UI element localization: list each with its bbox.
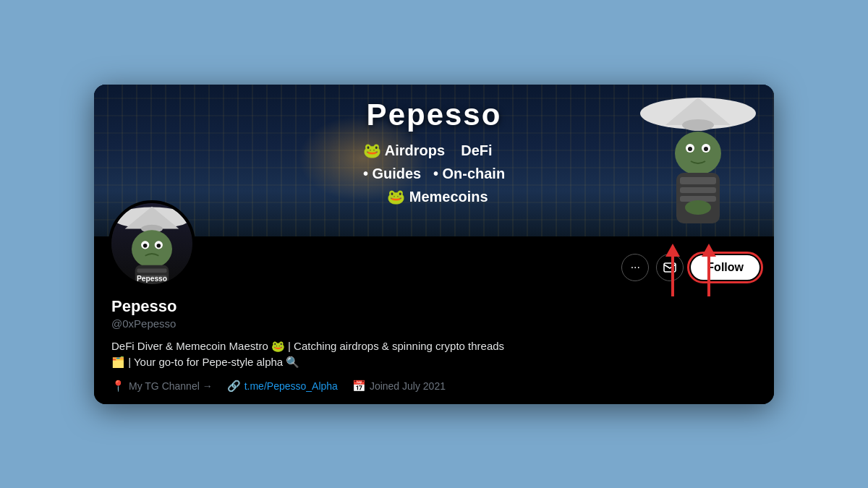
profile-card: Pepesso 🐸 Airdrops DeFi • Guides • On-ch… xyxy=(94,85,774,404)
svg-point-19 xyxy=(143,244,148,248)
svg-point-20 xyxy=(157,244,161,248)
svg-point-16 xyxy=(132,230,172,267)
joined-date: Joined July 2021 xyxy=(370,380,446,392)
calendar-icon: 📅 xyxy=(352,380,366,393)
profile-handle: @0xPepesso xyxy=(111,317,757,330)
link-url[interactable]: t.me/Pepesso_Alpha xyxy=(244,380,338,392)
meta-link: 🔗 t.me/Pepesso_Alpha xyxy=(227,380,338,393)
more-button[interactable]: ··· xyxy=(621,254,649,281)
svg-point-2 xyxy=(682,119,714,131)
svg-point-12 xyxy=(685,200,711,215)
location-icon: 📍 xyxy=(111,380,125,393)
banner-line-1: 🐸 Airdrops DeFi xyxy=(363,139,505,162)
banner-character-right xyxy=(637,92,760,236)
svg-text:Pepesso: Pepesso xyxy=(137,275,167,283)
svg-point-6 xyxy=(688,147,692,151)
avatar-svg: Pepesso xyxy=(111,203,192,284)
action-buttons: ··· Follow xyxy=(621,244,760,281)
avatar-inner: Pepesso xyxy=(111,203,192,284)
profile-info: Pepesso @0xPepesso DeFi Diver & Memecoin… xyxy=(109,297,760,393)
svg-point-7 xyxy=(704,147,708,151)
profile-banner: Pepesso 🐸 Airdrops DeFi • Guides • On-ch… xyxy=(94,85,774,236)
svg-rect-25 xyxy=(664,263,676,272)
svg-rect-22 xyxy=(137,268,166,273)
samurai-frog-svg xyxy=(637,92,760,236)
profile-section: Pepesso ··· Follow xyxy=(94,236,774,404)
profile-meta: 📍 My TG Channel → 🔗 t.me/Pepesso_Alpha 📅… xyxy=(111,380,757,393)
banner-line-2: • Guides • On-chain xyxy=(363,162,505,185)
follow-button[interactable]: Follow xyxy=(691,255,760,280)
message-button[interactable] xyxy=(656,254,684,281)
meta-joined: 📅 Joined July 2021 xyxy=(352,380,446,393)
banner-taglines: 🐸 Airdrops DeFi • Guides • On-chain 🐸 Me… xyxy=(363,139,505,208)
location-label[interactable]: My TG Channel → xyxy=(129,380,213,392)
profile-top-row: Pepesso ··· Follow xyxy=(109,236,760,287)
profile-bio: DeFi Diver & Memecoin Maestro 🐸 | Catchi… xyxy=(111,338,757,371)
avatar: Pepesso xyxy=(109,200,195,287)
svg-rect-9 xyxy=(680,177,716,184)
meta-location: 📍 My TG Channel → xyxy=(111,380,213,393)
svg-rect-10 xyxy=(680,187,716,193)
banner-title: Pepesso xyxy=(367,98,502,132)
banner-line-3: 🐸 Memecoins xyxy=(363,185,505,208)
svg-point-3 xyxy=(675,132,721,175)
message-icon xyxy=(663,262,676,273)
link-icon: 🔗 xyxy=(227,380,241,393)
profile-name: Pepesso xyxy=(111,297,757,316)
